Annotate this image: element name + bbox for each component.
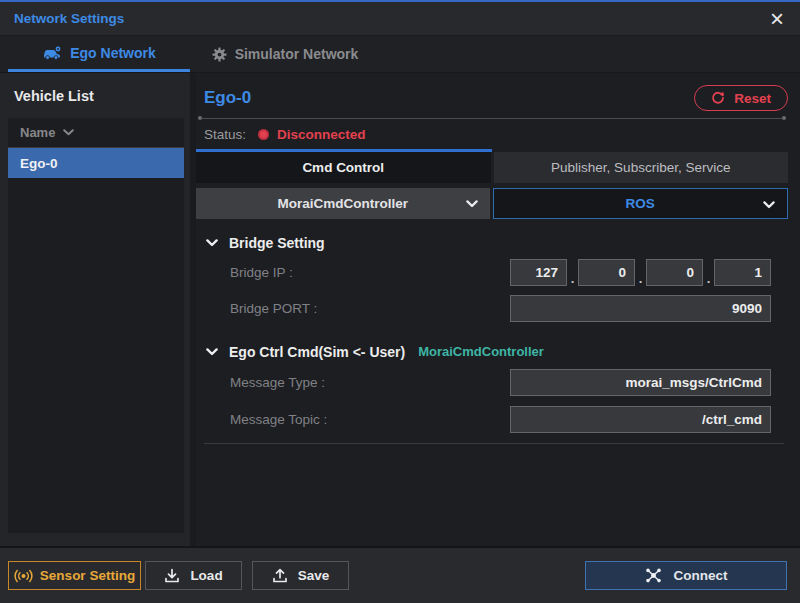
reset-label: Reset	[734, 91, 771, 106]
bridge-setting-section-header[interactable]: Bridge Setting	[196, 232, 788, 253]
ego-ctrl-cmd-section-header[interactable]: Ego Ctrl Cmd(Sim <- User) MoraiCmdContro…	[196, 341, 788, 362]
ego-network-panel: Ego-0 Reset Status: Disconnect	[196, 73, 800, 546]
footer-bar: Sensor Setting Load Save	[0, 546, 800, 603]
message-type-row: Message Type :	[230, 368, 771, 396]
bridge-ip-octet-2[interactable]	[578, 259, 635, 286]
bridge-ip-octet-1[interactable]	[510, 259, 567, 286]
subtab-publisher-subscriber-service[interactable]: Publisher, Subscriber, Service	[494, 152, 789, 183]
message-topic-input[interactable]	[510, 406, 771, 433]
sensor-setting-label: Sensor Setting	[40, 568, 135, 583]
sub-tabs: Cmd Control Publisher, Subscriber, Servi…	[196, 152, 788, 183]
chevron-down-icon	[206, 348, 218, 356]
section-divider	[204, 443, 784, 444]
tab-simulator-network-label: Simulator Network	[235, 46, 359, 62]
network-settings-window: Network Settings × Ego Network	[0, 0, 800, 603]
save-label: Save	[298, 568, 330, 583]
message-type-input[interactable]	[510, 369, 771, 396]
bridge-ip-octet-4[interactable]	[714, 259, 771, 286]
ego-ctrl-cmd-title: Ego Ctrl Cmd(Sim <- User)	[229, 344, 405, 360]
bridge-setting-title: Bridge Setting	[229, 235, 325, 251]
upload-icon	[272, 568, 288, 584]
vehicle-list-title: Vehicle List	[0, 73, 190, 116]
name-column-header[interactable]: Name	[8, 118, 184, 148]
status-row: Status: Disconnected	[196, 120, 788, 149]
bridge-ip-label: Bridge IP :	[230, 265, 293, 280]
bridge-port-input[interactable]	[510, 295, 771, 322]
controller-dropdown[interactable]: MoraiCmdController	[196, 188, 490, 219]
tab-simulator-network[interactable]: Simulator Network	[190, 36, 380, 72]
status-disconnected-dot	[258, 129, 269, 140]
title-bar: Network Settings ×	[0, 2, 800, 36]
ip-separator: .	[635, 272, 646, 286]
vehicle-list-item-ego0[interactable]: Ego-0	[8, 148, 184, 178]
chevron-down-icon	[466, 200, 478, 208]
bridge-ip-group: . . .	[510, 259, 771, 286]
ip-separator: .	[703, 272, 714, 286]
bridge-port-label: Bridge PORT :	[230, 301, 317, 316]
chevron-down-icon	[206, 239, 218, 247]
ego-ctrl-controller-name: MoraiCmdController	[418, 344, 544, 359]
download-icon	[164, 568, 180, 584]
tab-bar: Ego Network Simulator Network	[0, 36, 800, 73]
network-nodes-icon	[645, 567, 662, 584]
gear-icon	[212, 47, 227, 62]
name-column-label: Name	[20, 125, 55, 140]
connect-button[interactable]: Connect	[585, 561, 787, 590]
tab-ego-network[interactable]: Ego Network	[8, 36, 190, 72]
selected-vehicle-title: Ego-0	[204, 88, 251, 108]
bridge-port-row: Bridge PORT :	[230, 294, 771, 322]
broadcast-icon	[14, 569, 33, 583]
vehicle-list-panel: Name Ego-0	[8, 118, 184, 533]
bridge-ip-row: Bridge IP : . . .	[230, 258, 771, 286]
main-header: Ego-0 Reset	[196, 83, 788, 113]
bridge-ip-octet-3[interactable]	[646, 259, 703, 286]
reset-button[interactable]: Reset	[694, 85, 788, 111]
status-value: Disconnected	[277, 127, 366, 142]
message-topic-label: Message Topic :	[230, 412, 327, 427]
message-type-label: Message Type :	[230, 375, 325, 390]
ip-separator: .	[567, 272, 578, 286]
connect-label: Connect	[674, 568, 728, 583]
vehicle-list-sidebar: Vehicle List Name Ego-0	[0, 73, 190, 546]
status-label: Status:	[204, 127, 246, 142]
refresh-icon	[711, 91, 725, 105]
car-icon	[42, 46, 62, 60]
tab-ego-network-label: Ego Network	[70, 45, 156, 61]
window-title: Network Settings	[14, 11, 770, 26]
dropdown-row: MoraiCmdController ROS	[196, 188, 788, 219]
load-button[interactable]: Load	[145, 561, 242, 590]
protocol-dropdown[interactable]: ROS	[493, 188, 789, 219]
controller-dropdown-value: MoraiCmdController	[277, 196, 408, 211]
load-label: Load	[190, 568, 222, 583]
protocol-dropdown-value: ROS	[626, 196, 655, 211]
message-topic-row: Message Topic :	[230, 405, 771, 433]
sensor-setting-button[interactable]: Sensor Setting	[8, 561, 141, 590]
close-icon[interactable]: ×	[770, 9, 784, 29]
dialog-body: Vehicle List Name Ego-0 Ego-0	[0, 73, 800, 546]
subtab-cmd-control[interactable]: Cmd Control	[196, 152, 491, 183]
chevron-down-icon	[763, 201, 775, 209]
chevron-down-icon	[63, 129, 74, 136]
save-button[interactable]: Save	[252, 561, 349, 590]
